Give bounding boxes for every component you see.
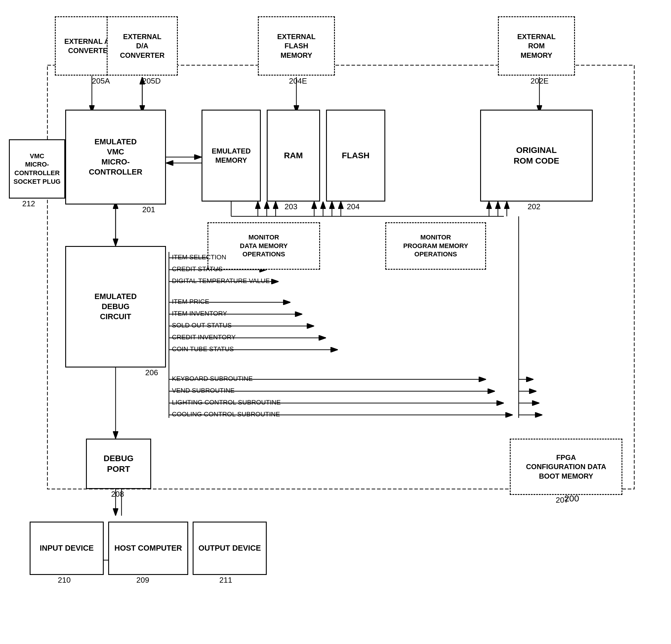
vend-subroutine-label: VEND SUBROUTINE [172, 387, 235, 394]
ext-rom-number: 202E [531, 76, 548, 86]
emulated-debug-box: EMULATEDDEBUGCIRCUIT [65, 246, 166, 367]
flash-number: 204 [347, 202, 359, 211]
ext-da-number: 205D [142, 76, 161, 86]
original-rom-label: ORIGINALROM CODE [514, 145, 559, 166]
lighting-subroutine-label: LIGHTING CONTROL SUBROUTINE [172, 399, 281, 406]
ext-flash-label: EXTERNALFLASHMEMORY [277, 32, 315, 60]
ext-ad-number: 205A [92, 76, 110, 86]
keyboard-subroutine-label: KEYBOARD SUBROUTINE [172, 375, 253, 383]
item-inventory-label: ITEM INVENTORY [172, 310, 227, 317]
credit-status-label: CREDIT STATUS [172, 265, 223, 273]
emulated-vmc-number: 201 [142, 205, 155, 214]
input-device-box: INPUT DEVICE [30, 521, 104, 575]
sold-out-label: SOLD OUT STATUS [172, 321, 232, 329]
input-device-label: INPUT DEVICE [40, 543, 94, 553]
vmc-socket-label: VMCMICRO-CONTROLLERSOCKET PLUG [14, 152, 61, 186]
diagram: EXTERNAL A/D CONVERTER 205A EXTERNALD/AC… [0, 0, 671, 644]
flash-box: FLASH [326, 110, 385, 202]
output-device-number: 211 [219, 576, 232, 585]
digital-temp-label: DIGITAL TEMPERATURE VALUE [172, 277, 270, 285]
fpga-config-number: 207 [556, 495, 568, 505]
fpga-config-label: FPGACONFIGURATION DATABOOT MEMORY [526, 453, 606, 481]
coin-tube-label: COIN TUBE STATUS [172, 345, 234, 353]
monitor-data-label: MONITORDATA MEMORYOPERATIONS [240, 233, 288, 259]
cooling-subroutine-label: COOLING CONTROL SUBROUTINE [172, 411, 280, 418]
monitor-program-label: MONITORPROGRAM MEMORYOPERATIONS [403, 233, 468, 259]
vmc-socket-box: VMCMICRO-CONTROLLERSOCKET PLUG [9, 139, 65, 199]
ext-da-label: EXTERNALD/ACONVERTER [120, 32, 165, 60]
item-price-label: ITEM PRICE [172, 298, 209, 305]
vmc-socket-number: 212 [22, 199, 35, 209]
credit-inventory-label: CREDIT INVENTORY [172, 333, 236, 341]
host-computer-number: 209 [136, 576, 149, 585]
host-computer-box: HOST COMPUTER [108, 521, 188, 575]
input-device-number: 210 [58, 576, 71, 585]
fpga-config-box: FPGACONFIGURATION DATABOOT MEMORY [510, 439, 622, 495]
emulated-debug-label: EMULATEDDEBUGCIRCUIT [94, 292, 137, 321]
emulated-vmc-label: EMULATEDVMCMICRO-CONTROLLER [89, 137, 142, 177]
ext-rom-label: EXTERNALROMMEMORY [517, 32, 555, 60]
ext-flash-number: 204E [289, 76, 307, 86]
monitor-program-box: MONITORPROGRAM MEMORYOPERATIONS [385, 222, 486, 270]
flash-label: FLASH [342, 150, 369, 161]
ram-number: 203 [284, 202, 297, 211]
monitor-data-box: MONITORDATA MEMORYOPERATIONS [207, 222, 320, 270]
original-rom-number: 202 [528, 202, 540, 211]
output-device-box: OUTPUT DEVICE [193, 521, 267, 575]
ram-box: RAM [267, 110, 320, 202]
emulated-debug-number: 206 [145, 368, 158, 377]
emulated-memory-box: EMULATEDMEMORY [202, 110, 261, 202]
host-computer-label: HOST COMPUTER [114, 543, 182, 553]
ext-da-converter-box: EXTERNALD/ACONVERTER [107, 16, 178, 76]
ext-rom-box: EXTERNALROMMEMORY [498, 16, 575, 76]
ram-label: RAM [284, 150, 303, 161]
emulated-vmc-box: EMULATEDVMCMICRO-CONTROLLER [65, 110, 166, 204]
item-selection-label: ITEM SELECTION [172, 253, 226, 261]
ext-flash-box: EXTERNALFLASHMEMORY [258, 16, 335, 76]
original-rom-box: ORIGINALROM CODE [480, 110, 593, 202]
output-device-label: OUTPUT DEVICE [199, 543, 261, 553]
debug-port-label: DEBUGPORT [103, 453, 134, 475]
emulated-memory-label: EMULATEDMEMORY [212, 147, 251, 165]
debug-port-number: 208 [111, 490, 124, 499]
debug-port-box: DEBUGPORT [86, 439, 151, 489]
